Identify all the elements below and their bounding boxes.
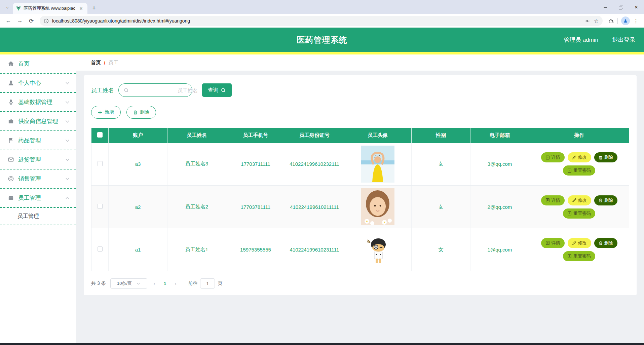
forward-icon[interactable]: → (15, 16, 25, 26)
toolbar-divider (617, 18, 618, 24)
table-header-cell: 账户 (109, 128, 167, 143)
pencil-icon (572, 155, 576, 160)
flag-icon (7, 137, 14, 144)
doc-icon (545, 198, 550, 202)
edit-button[interactable]: 修改 (568, 195, 591, 205)
extensions-puzzle-icon[interactable] (608, 18, 614, 24)
sidebar-item-6[interactable]: 进货管理 (0, 150, 76, 169)
query-button-label: 查询 (208, 87, 219, 94)
current-page-number[interactable]: 1 (162, 281, 168, 286)
row-checkbox[interactable] (98, 204, 103, 209)
row-checkbox[interactable] (98, 161, 103, 166)
window-close-button[interactable]: ✕ (629, 0, 644, 14)
window-bottom-edge (0, 343, 644, 345)
reset-password-button[interactable]: 重置密码 (563, 208, 595, 219)
tab-search-chevron-icon[interactable]: ⌄ (3, 2, 12, 12)
row-checkbox[interactable] (98, 246, 103, 252)
doc-icon (567, 168, 572, 173)
account-cell: a3 (109, 143, 167, 186)
next-page-button[interactable]: › (173, 281, 178, 286)
sidebar-item-label: 药品管理 (18, 137, 65, 144)
reload-icon[interactable]: ⟳ (26, 16, 36, 26)
gender-cell: 女 (412, 228, 470, 271)
trash-icon (133, 110, 138, 115)
table-header-cell: 员工头像 (344, 128, 412, 143)
employee-name-cell: 员工姓名2 (167, 186, 226, 228)
delete-row-button[interactable]: 删除 (594, 238, 617, 248)
avatar-cell (344, 228, 412, 271)
mail-icon (7, 156, 14, 163)
trash-icon (599, 198, 603, 202)
detail-button[interactable]: 详情 (541, 238, 565, 248)
window-restore-button[interactable] (613, 0, 629, 14)
sidebar-item-5[interactable]: 药品管理 (0, 131, 76, 150)
site-info-icon[interactable] (44, 18, 49, 24)
select-all-header-cell (91, 128, 109, 143)
browser-tab-bar: ⌄ 医药管理系统 www.baipiaozhc ✕ + ─ ✕ (0, 0, 644, 14)
chevron-down-icon (65, 82, 70, 84)
admin-user-label: 管理员 admin (564, 36, 598, 44)
main-content: 首页 / 员工 员工姓名 查询 (76, 54, 644, 343)
chevron-down-icon (65, 101, 70, 104)
search-input[interactable] (131, 87, 199, 93)
query-button[interactable]: 查询 (202, 83, 232, 97)
edit-button[interactable]: 修改 (568, 238, 591, 248)
delete-row-button[interactable]: 删除 (594, 195, 617, 205)
delete-button-label: 删除 (140, 109, 149, 115)
row-select-cell (91, 186, 109, 228)
sidebar-item-1[interactable]: 首页 (0, 54, 76, 74)
sidebar-subitem-employee-management[interactable]: 员工管理 (0, 208, 76, 225)
trash-icon (599, 241, 603, 245)
delete-row-button[interactable]: 删除 (594, 152, 617, 162)
bookmark-star-icon[interactable]: ☆ (594, 18, 599, 24)
reset-password-button[interactable]: 重置密码 (563, 251, 595, 261)
gender-cell: 女 (412, 186, 470, 228)
page-size-select[interactable]: 10条/页 (110, 278, 147, 289)
doc-icon (545, 155, 550, 160)
employee-name-cell: 员工姓名3 (167, 143, 226, 186)
delete-button[interactable]: 删除 (126, 106, 156, 119)
add-button[interactable]: 新增 (91, 106, 121, 119)
goto-page-input[interactable] (200, 278, 215, 289)
new-tab-button[interactable]: + (92, 4, 96, 12)
table-row: a2员工姓名217703781111410224199610211111女2@q… (91, 186, 629, 228)
tab-close-icon[interactable]: ✕ (78, 5, 84, 11)
breadcrumb-home[interactable]: 首页 (91, 60, 101, 66)
reset-password-button[interactable]: 重置密码 (563, 165, 595, 176)
chevron-down-icon (137, 282, 140, 285)
detail-button[interactable]: 详情 (541, 152, 565, 162)
sidebar-item-8[interactable]: 员工管理 (0, 189, 76, 208)
browser-tab[interactable]: 医药管理系统 www.baipiaozhc ✕ (13, 3, 87, 14)
actions-cell: 详情修改删除重置密码 (529, 143, 629, 186)
back-icon[interactable]: ← (3, 16, 13, 26)
sidebar-item-3[interactable]: 基础数据管理 (0, 93, 76, 112)
profile-avatar-icon[interactable] (621, 16, 630, 25)
email-cell: 1@qq.com (470, 228, 529, 271)
total-count-label: 共 3 条 (91, 280, 106, 286)
sidebar-item-4[interactable]: 供应商信息管理 (0, 112, 76, 131)
password-key-icon[interactable] (585, 18, 591, 24)
window-minimize-button[interactable]: ─ (598, 0, 613, 14)
table-row: a1员工姓名115975355555410224199610231111女1@q… (91, 228, 629, 271)
table-header-cell: 性别 (412, 128, 470, 143)
url-text: localhost:8080/yiyaoguanlixitong/admin/d… (52, 18, 581, 24)
browser-menu-kebab-icon[interactable]: ⋮ (633, 18, 639, 24)
sidebar-item-7[interactable]: 销售管理 (0, 169, 76, 189)
sidebar-item-2[interactable]: 个人中心 (0, 74, 76, 93)
url-bar[interactable]: localhost:8080/yiyaoguanlixitong/admin/d… (40, 16, 603, 26)
sidebar-item-label: 个人中心 (18, 79, 65, 87)
select-all-checkbox[interactable] (97, 132, 103, 138)
sidebar-item-label: 员工管理 (18, 194, 65, 202)
logout-link[interactable]: 退出登录 (612, 36, 635, 44)
doc-icon (567, 211, 572, 216)
header-accent-strip (0, 52, 644, 54)
prev-page-button[interactable]: ‹ (152, 281, 157, 286)
detail-button[interactable]: 详情 (541, 195, 565, 205)
cartoon-pirate-boy-photo (344, 231, 411, 268)
home-icon (7, 61, 14, 67)
browser-toolbar: ← → ⟳ localhost:8080/yiyaoguanlixitong/a… (0, 14, 644, 28)
employee-name-search-field[interactable] (118, 83, 192, 97)
edit-button[interactable]: 修改 (568, 152, 591, 162)
doc-icon (545, 241, 550, 245)
account-cell: a2 (109, 186, 167, 228)
